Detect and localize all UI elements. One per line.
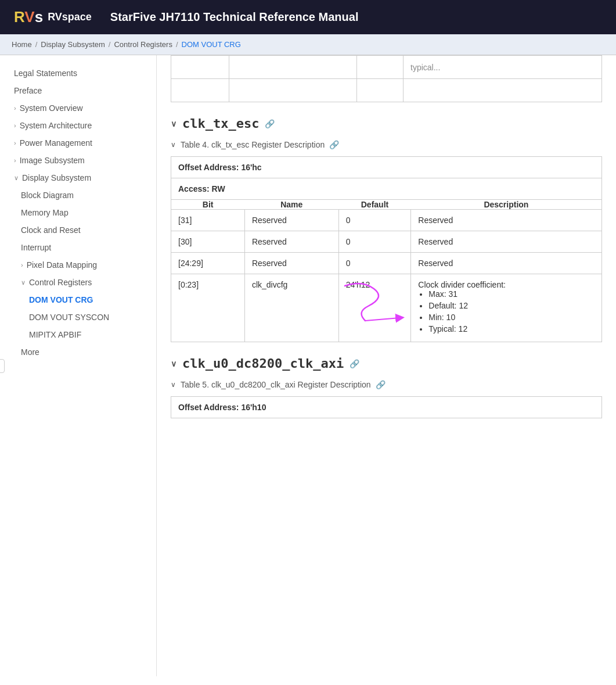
bit-field: [30] xyxy=(171,231,245,253)
table4-title: Table 4. clk_tx_esc Register Description xyxy=(181,140,325,149)
sidebar-item-system-overview[interactable]: › System Overview xyxy=(0,99,156,117)
field-default: 0 xyxy=(338,210,411,231)
sidebar-item-clock-and-reset[interactable]: Clock and Reset xyxy=(0,221,156,239)
sidebar-label: DOM VOUT SYSCON xyxy=(29,313,109,322)
breadcrumb-dom-vout-crg[interactable]: DOM VOUT CRG xyxy=(182,40,241,49)
logo-v: V xyxy=(24,8,34,26)
sidebar-item-dom-vout-crg[interactable]: DOM VOUT CRG xyxy=(0,291,156,309)
access-value: Access: RW xyxy=(171,178,602,200)
partial-cell-4: typical... xyxy=(404,56,602,79)
breadcrumb-display-subsystem[interactable]: Display Subsystem xyxy=(41,40,105,49)
description-list: Max: 31 Default: 12 Min: 10 Typical: 12 xyxy=(418,289,595,333)
logo-r: R xyxy=(14,8,24,26)
list-item-default: Default: 12 xyxy=(428,301,595,310)
partial-cell-5 xyxy=(171,79,229,102)
partial-cell-3 xyxy=(357,56,404,79)
bit-field: [31] xyxy=(171,210,245,231)
breadcrumb: Home / Display Subsystem / Control Regis… xyxy=(0,34,616,55)
offset-row-2: Offset Address: 16'h10 xyxy=(171,397,602,418)
list-item-typical: Typical: 12 xyxy=(428,324,595,333)
sidebar-label: Interrupt xyxy=(21,243,51,252)
sidebar-item-dom-vout-syscon[interactable]: DOM VOUT SYSCON xyxy=(0,309,156,326)
sidebar-label: System Overview xyxy=(20,103,83,113)
col-default: Default xyxy=(338,200,411,210)
sidebar-label: Clock and Reset xyxy=(21,225,81,235)
sidebar-item-legal-statements[interactable]: Legal Statements xyxy=(0,64,156,82)
partial-cell-8 xyxy=(404,79,602,102)
field-name: Reserved xyxy=(244,231,338,253)
list-item-max: Max: 31 xyxy=(428,289,595,299)
field-description: Reserved xyxy=(411,231,602,253)
table5-toggle[interactable]: ∨ xyxy=(171,381,176,389)
field-default: 0 xyxy=(338,231,411,253)
breadcrumb-sep-2: / xyxy=(109,40,111,49)
expand-icon: › xyxy=(21,261,23,268)
offset-address: Offset Address: 16'hc xyxy=(171,157,602,178)
sidebar-label: Display Subsystem xyxy=(22,173,91,182)
sidebar-label: Pixel Data Mapping xyxy=(27,260,97,270)
sidebar-item-display-subsystem[interactable]: ∨ Display Subsystem xyxy=(0,169,156,187)
sidebar-label: Power Management xyxy=(20,138,92,148)
sidebar-item-interrupt[interactable]: Interrupt xyxy=(0,239,156,256)
expand-icon: › xyxy=(14,157,16,164)
section-link-icon-2[interactable]: 🔗 xyxy=(350,359,359,368)
table4-toggle[interactable]: ∨ xyxy=(171,141,176,149)
sidebar-collapse-button[interactable]: ‹ xyxy=(0,359,5,373)
field-description: Reserved xyxy=(411,210,602,231)
partial-table: typical... xyxy=(171,55,602,102)
sidebar-item-image-subsystem[interactable]: › Image Subsystem xyxy=(0,152,156,169)
sidebar-item-preface[interactable]: Preface xyxy=(0,82,156,99)
expand-icon: ∨ xyxy=(21,279,26,286)
sidebar-label: Image Subsystem xyxy=(20,156,85,165)
table-clk-tx-esc: Offset Address: 16'hc Access: RW Bit Nam… xyxy=(171,156,602,342)
sidebar-item-block-diagram[interactable]: Block Diagram xyxy=(0,187,156,204)
table-row: [31] Reserved 0 Reserved xyxy=(171,210,602,231)
sidebar-item-memory-map[interactable]: Memory Map xyxy=(0,204,156,221)
partial-cell-7 xyxy=(357,79,404,102)
sidebar-item-control-registers[interactable]: ∨ Control Registers xyxy=(0,274,156,291)
table-row: [0:23] clk_divcfg 24'h12 xyxy=(171,274,602,342)
sidebar-label: Control Registers xyxy=(29,278,92,287)
field-default: 0 xyxy=(338,253,411,274)
sidebar-item-pixel-data-mapping[interactable]: › Pixel Data Mapping xyxy=(0,256,156,274)
table5-title: Table 5. clk_u0_dc8200_clk_axi Register … xyxy=(181,380,371,389)
breadcrumb-sep-3: / xyxy=(176,40,178,49)
offset-row: Offset Address: 16'hc xyxy=(171,157,602,178)
main-content: typical... ∨ clk_tx_esc 🔗 ∨ Table 4. clk… xyxy=(157,55,616,676)
table-row: [24:29] Reserved 0 Reserved xyxy=(171,253,602,274)
sidebar-item-power-management[interactable]: › Power Management xyxy=(0,134,156,152)
sidebar-item-more[interactable]: More xyxy=(0,343,156,361)
table4-link-icon[interactable]: 🔗 xyxy=(329,140,339,149)
sidebar-label: System Architecture xyxy=(20,121,92,130)
sidebar-item-system-architecture[interactable]: › System Architecture xyxy=(0,117,156,134)
table-row: [30] Reserved 0 Reserved xyxy=(171,231,602,253)
table4-heading: ∨ Table 4. clk_tx_esc Register Descripti… xyxy=(171,140,602,149)
section-toggle[interactable]: ∨ xyxy=(171,119,176,128)
sidebar-item-mipitx-apbif[interactable]: MIPITX APBIF xyxy=(0,326,156,343)
sidebar-label: Memory Map xyxy=(21,208,69,217)
sidebar-label: Preface xyxy=(14,86,42,95)
annotation-squiggle xyxy=(333,280,403,327)
logo-brand: RVspace xyxy=(48,11,92,23)
col-name: Name xyxy=(244,200,338,210)
section-clk-tx-esc: ∨ clk_tx_esc 🔗 xyxy=(171,116,602,131)
field-name: Reserved xyxy=(244,210,338,231)
sidebar-label: More xyxy=(21,347,39,357)
breadcrumb-control-registers[interactable]: Control Registers xyxy=(114,40,172,49)
header: RVs RVspace StarFive JH7110 Technical Re… xyxy=(0,0,616,34)
layout: ‹ Legal Statements Preface › System Over… xyxy=(0,55,616,676)
sidebar-label: Block Diagram xyxy=(21,191,74,200)
expand-icon: ∨ xyxy=(14,174,19,182)
bit-field: [24:29] xyxy=(171,253,245,274)
field-name: Reserved xyxy=(244,253,338,274)
section-toggle-2[interactable]: ∨ xyxy=(171,359,176,368)
logo-icon: RVs xyxy=(14,8,43,26)
sidebar-label: MIPITX APBIF xyxy=(29,330,81,339)
expand-icon: › xyxy=(14,122,16,129)
table5-link-icon[interactable]: 🔗 xyxy=(376,380,386,389)
partial-cell-1 xyxy=(171,56,229,79)
sidebar: ‹ Legal Statements Preface › System Over… xyxy=(0,55,157,676)
section-title-2: clk_u0_dc8200_clk_axi xyxy=(182,356,344,371)
breadcrumb-home[interactable]: Home xyxy=(12,40,32,49)
section-link-icon[interactable]: 🔗 xyxy=(265,119,275,128)
